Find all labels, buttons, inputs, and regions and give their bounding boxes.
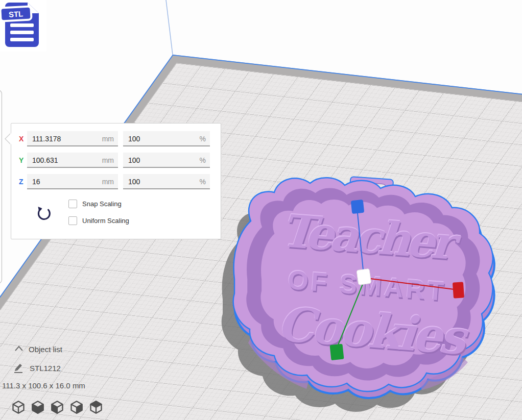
right-view-icon[interactable] [89, 400, 103, 414]
scale-row-y: Y 100.631 mm 100 % [11, 153, 221, 168]
y-percent-value: 100 [128, 156, 140, 164]
object-name[interactable]: STL1212 [30, 364, 61, 373]
3d-view-icon[interactable] [11, 400, 26, 414]
left-view-icon[interactable] [69, 400, 84, 414]
stl-file-icon: STL [0, 0, 46, 52]
z-size-unit: mm [102, 178, 114, 186]
scale-tool-panel: X 111.3178 mm 100 % Y 100.631 mm 100 % Z [11, 123, 221, 239]
object-list-label[interactable]: Object list [29, 345, 62, 354]
scale-row-z: Z 16 mm 100 % [11, 174, 221, 189]
x-percent-unit: % [200, 135, 206, 143]
stl-file-chip[interactable]: STL [0, 0, 46, 52]
snap-scaling-checkbox[interactable] [68, 200, 77, 208]
uniform-scaling-checkbox[interactable] [68, 216, 77, 225]
camera-view-toolbar [11, 400, 103, 414]
front-view-icon[interactable] [31, 400, 45, 414]
x-size-input[interactable]: 111.3178 mm [27, 131, 118, 146]
axis-y-label: Y [19, 156, 27, 164]
axis-x-label: X [19, 135, 27, 143]
x-percent-input[interactable]: 100 % [123, 131, 210, 146]
left-toolbar-edge [0, 90, 2, 284]
scale-row-x: X 111.3178 mm 100 % [11, 131, 221, 146]
edit-pencil-icon[interactable] [13, 362, 24, 374]
z-percent-input[interactable]: 100 % [123, 174, 210, 189]
y-percent-unit: % [200, 156, 206, 164]
z-percent-value: 100 [128, 178, 140, 186]
scale-handle-z[interactable] [351, 200, 365, 214]
cura-viewport: Teacher Teacher Teacher OF SMART OF SMAR… [0, 0, 522, 420]
x-size-value: 111.3178 [32, 135, 61, 143]
axis-z-label: Z [19, 178, 27, 186]
z-percent-unit: % [200, 178, 206, 186]
scale-handle-y[interactable] [329, 344, 344, 360]
z-size-input[interactable]: 16 mm [27, 174, 118, 189]
uniform-scaling-label: Uniform Scaling [82, 217, 129, 225]
scale-handle-x[interactable] [453, 282, 464, 298]
z-size-value: 16 [32, 178, 40, 186]
y-size-input[interactable]: 100.631 mm [27, 153, 118, 168]
reset-scale-button[interactable] [36, 205, 52, 223]
top-view-icon[interactable] [50, 400, 64, 414]
scale-handle-uniform[interactable] [357, 268, 371, 285]
y-size-unit: mm [102, 156, 114, 164]
object-list-collapse-icon[interactable] [14, 345, 23, 352]
x-size-unit: mm [102, 135, 114, 143]
snap-scaling-label: Snap Scaling [82, 200, 122, 208]
stl-badge-label: STL [8, 9, 23, 18]
object-dimensions: 111.3 x 100.6 x 16.0 mm [2, 381, 85, 390]
panel-pointer-fill [6, 133, 11, 144]
y-percent-input[interactable]: 100 % [123, 153, 210, 168]
x-percent-value: 100 [128, 135, 140, 143]
model-teacher-of-smart-cookies[interactable]: Teacher Teacher Teacher OF SMART OF SMAR… [204, 168, 522, 420]
y-size-value: 100.631 [32, 156, 58, 164]
